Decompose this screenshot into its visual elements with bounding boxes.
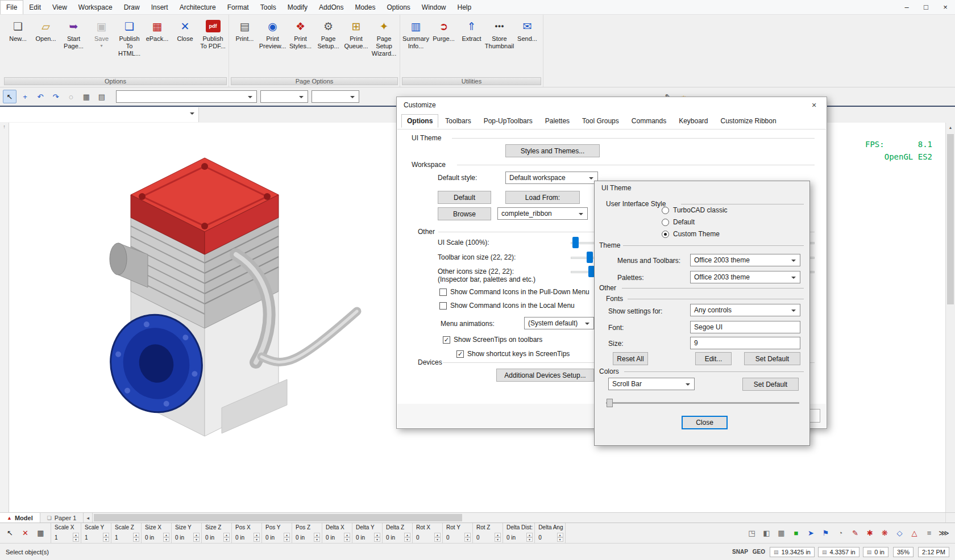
tab-options[interactable]: Options (401, 114, 438, 128)
minimize-button[interactable]: – (897, 0, 916, 14)
menu-edit[interactable]: Edit (23, 0, 47, 14)
customize-close-x-button[interactable]: ✕ (802, 97, 827, 113)
vertical-scrollbar[interactable]: ▴ (945, 123, 955, 512)
colors-combo[interactable]: Scroll Bar (608, 378, 695, 390)
spinner[interactable]: ▴ ▾ (103, 533, 109, 542)
geo-indicator[interactable]: GEO (753, 549, 765, 555)
spin-up-icon[interactable]: ▴ (374, 533, 380, 537)
radio-default[interactable]: Default (662, 218, 728, 226)
spinner[interactable]: ▴ ▾ (344, 533, 350, 542)
field-value[interactable]: 0 (538, 534, 542, 541)
show-shortcut-keys-checkbox[interactable]: ✓ Show shortcut keys in ScreenTips (456, 350, 570, 358)
spinner[interactable]: ▴ ▾ (133, 533, 139, 542)
spin-up-icon[interactable]: ▴ (284, 533, 290, 537)
snap-angle-icon[interactable]: △ (908, 526, 921, 540)
spinner[interactable]: ▴ ▾ (374, 533, 380, 542)
palettes-combo[interactable]: Office 2003 theme (690, 271, 800, 283)
spin-down-icon[interactable]: ▾ (557, 537, 563, 542)
start-page-button[interactable]: ➥ Start Page... ▾ (60, 17, 88, 50)
menu-window[interactable]: Window (416, 0, 452, 14)
ribbon-group-label-options[interactable]: Options (4, 77, 227, 85)
tab-customize-ribbon[interactable]: Customize Ribbon (715, 114, 782, 128)
field-value[interactable]: 0 in (506, 534, 516, 541)
select-tool-icon[interactable]: ↖ (3, 526, 16, 540)
redo-icon[interactable]: ↷ (49, 90, 63, 103)
menu-modify[interactable]: Modify (282, 0, 313, 14)
spin-down-icon[interactable]: ▾ (374, 537, 380, 542)
rot-y-field[interactable]: Rot Y 0 ▴ ▾ (443, 523, 473, 543)
field-value[interactable]: 1 (115, 534, 118, 541)
delta-x-field[interactable]: Delta X 0 in ▴ ▾ (322, 523, 352, 543)
purge-button[interactable]: ➲ Purge... (430, 17, 458, 43)
epack-button[interactable]: ▦ ePack... ▾ (143, 17, 171, 43)
browse-button[interactable]: Browse (438, 207, 491, 220)
field-value[interactable]: 0 (476, 534, 480, 541)
show-command-icons-pulldown-checkbox[interactable]: ✓ Show Command Icons in the Pull-Down Me… (439, 288, 589, 296)
z-coordinate-field[interactable]: ▤ 0 in (863, 547, 888, 557)
delta-dist-field[interactable]: Delta Dist: 0 in ▴ ▾ (503, 523, 535, 543)
rot-x-field[interactable]: Rot X 0 ▴ ▾ (413, 523, 443, 543)
field-value[interactable]: 0 (446, 534, 450, 541)
save-button[interactable]: ▣ Save ▾ (88, 17, 115, 48)
field-value[interactable]: 0 in (386, 534, 395, 541)
spin-down-icon[interactable]: ▾ (284, 537, 290, 542)
menu-architecture[interactable]: Architecture (174, 0, 222, 14)
ui-scale-slider-handle[interactable] (572, 237, 579, 248)
delete-selection-icon[interactable]: ✕ (19, 526, 32, 540)
menus-toolbars-combo[interactable]: Office 2003 theme (690, 254, 800, 266)
field-value[interactable]: 0 (416, 534, 420, 541)
menu-view[interactable]: View (47, 0, 73, 14)
field-value[interactable]: 0 in (235, 534, 244, 541)
spin-down-icon[interactable]: ▾ (193, 537, 200, 542)
spin-up-icon[interactable]: ▴ (193, 533, 200, 537)
spin-up-icon[interactable]: ▴ (344, 533, 350, 537)
spinner[interactable]: ▴ ▾ (163, 533, 169, 542)
menu-format[interactable]: Format (222, 0, 255, 14)
spin-down-icon[interactable]: ▾ (314, 537, 320, 542)
spin-up-icon[interactable]: ▴ (526, 533, 533, 537)
menu-workspace[interactable]: Workspace (73, 0, 118, 14)
maximize-button[interactable]: □ (916, 0, 936, 14)
linetype-combo[interactable] (312, 90, 359, 103)
field-value[interactable]: 0 in (175, 534, 184, 541)
zoom-level[interactable]: 35% (893, 547, 914, 557)
tab-commands[interactable]: Commands (626, 114, 672, 128)
size-input[interactable]: 9 (690, 337, 800, 349)
spin-up-icon[interactable]: ▴ (464, 533, 471, 537)
property-combo[interactable] (0, 107, 199, 122)
snap-indicator[interactable]: SNAP (732, 549, 748, 555)
delta-y-field[interactable]: Delta Y 0 in ▴ ▾ (352, 523, 383, 543)
style-combo[interactable] (116, 90, 257, 103)
flag-tool-icon[interactable]: ⚑ (819, 526, 832, 540)
more-tools-icon[interactable]: ⋙ (937, 526, 950, 540)
pos-y-field[interactable]: Pos Y 0 in ▴ ▾ (262, 523, 292, 543)
spin-up-icon[interactable]: ▴ (223, 533, 230, 537)
spinner[interactable]: ▴ ▾ (254, 533, 260, 542)
spin-up-icon[interactable]: ▴ (163, 533, 169, 537)
spin-down-icon[interactable]: ▾ (103, 537, 109, 542)
ribbon-group-label-utilities[interactable]: Utilities (402, 77, 541, 85)
ucs-icon[interactable]: ◔ (834, 526, 847, 540)
new-button[interactable]: ❏ New... ▾ (4, 17, 32, 43)
font-input[interactable]: Segoe UI (690, 321, 800, 333)
scroll-up-icon[interactable]: ▴ (946, 123, 955, 132)
spin-up-icon[interactable]: ▴ (557, 533, 563, 537)
default-style-combo[interactable]: Default workspace (505, 172, 598, 184)
size-x-field[interactable]: Size X 0 in ▴ ▾ (142, 523, 172, 543)
edit-button[interactable]: Edit... (695, 352, 732, 365)
tab-popup-toolbars[interactable]: Pop-UpToolbars (478, 114, 538, 128)
store-thumbnail-button[interactable]: ●●● Store Thumbnail (485, 17, 513, 50)
load-from-button[interactable]: Load From: (505, 191, 580, 204)
extract-button[interactable]: ⇑ Extract (458, 17, 485, 43)
spin-up-icon[interactable]: ▴ (73, 533, 79, 537)
size-z-field[interactable]: Size Z 0 in ▴ ▾ (202, 523, 232, 543)
print-queue-button[interactable]: ⊞ Print Queue... (342, 17, 370, 50)
y-coordinate-field[interactable]: ▤ 4.3357 in (818, 547, 860, 557)
menu-insert[interactable]: Insert (146, 0, 174, 14)
workplane-tool-icon[interactable]: ◳ (745, 526, 758, 540)
spin-down-icon[interactable]: ▾ (73, 537, 79, 542)
pos-x-field[interactable]: Pos X 0 in ▴ ▾ (232, 523, 262, 543)
delta-z-field[interactable]: Delta Z 0 in ▴ ▾ (383, 523, 413, 543)
summary-info-button[interactable]: ▥ Summary Info... (402, 17, 430, 50)
page-setup-wizard-button[interactable]: ✦ Page Setup Wizard... (370, 17, 398, 58)
